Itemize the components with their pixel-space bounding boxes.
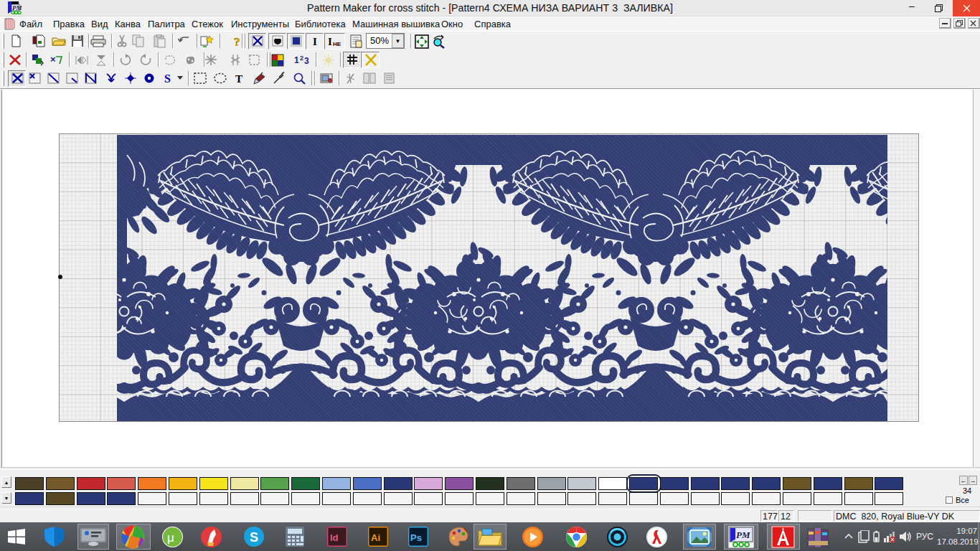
- svg-text:1: 1: [294, 55, 299, 65]
- svg-text:Ps: Ps: [410, 532, 422, 543]
- svg-text:×: ×: [50, 54, 56, 65]
- svg-text:μ: μ: [167, 531, 174, 545]
- svg-text:S: S: [250, 530, 258, 545]
- svg-text:НЕ: НЕ: [333, 41, 341, 47]
- svg-text:Ai: Ai: [371, 532, 380, 543]
- svg-text:S: S: [164, 72, 171, 85]
- svg-text:Id: Id: [330, 532, 339, 543]
- svg-text:T: T: [235, 73, 242, 84]
- svg-text:I: I: [328, 36, 332, 47]
- svg-text:3: 3: [304, 56, 309, 66]
- svg-text:PM: PM: [736, 529, 750, 540]
- svg-text:?: ?: [234, 35, 240, 48]
- svg-text:2: 2: [300, 55, 303, 62]
- svg-text:I: I: [313, 36, 317, 47]
